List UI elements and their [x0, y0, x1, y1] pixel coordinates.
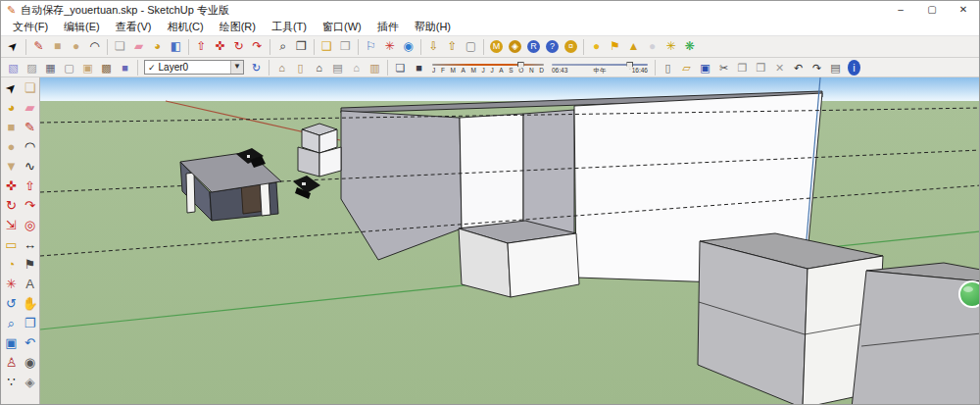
badge-r-icon[interactable]: R — [527, 40, 540, 53]
material-tool[interactable]: ◧ — [167, 38, 185, 55]
menu-item[interactable]: 工具(T) — [264, 20, 315, 34]
save-button[interactable]: ▣ — [696, 60, 714, 76]
layer-manager-icon[interactable]: ↻ — [247, 60, 266, 76]
delete-button[interactable]: ✕ — [770, 60, 789, 76]
push-pull-tool[interactable]: ⇧ — [192, 38, 211, 55]
paste-button[interactable]: ❒ — [752, 60, 770, 76]
plugin-floating-badge[interactable] — [959, 281, 980, 307]
eraser-tool[interactable]: ▰ — [21, 98, 39, 118]
badge-location-icon[interactable]: ◈ — [509, 40, 521, 53]
follow-me-tool[interactable]: ↷ — [248, 38, 267, 55]
zoom-previous-tool[interactable]: ↶ — [21, 333, 39, 353]
position-camera-tool[interactable]: ♙ — [2, 353, 21, 373]
export-model-icon[interactable]: ⇧ — [443, 38, 462, 55]
layer-dropdown[interactable]: ✓ Layer0 ▼ — [144, 60, 244, 75]
menu-item[interactable]: 相机(C) — [159, 20, 211, 34]
google-earth-icon[interactable]: ◉ — [399, 38, 417, 55]
select-tool[interactable]: ➤ — [1, 34, 25, 59]
paint-bucket-tool[interactable]: ◕ — [148, 38, 167, 55]
new-file-button[interactable]: ▯ — [659, 60, 677, 76]
undo-button[interactable]: ↶ — [789, 60, 808, 76]
flag-component-icon[interactable]: ⚑ — [606, 38, 624, 55]
viewport[interactable] — [40, 77, 980, 405]
follow-me-tool[interactable]: ↷ — [21, 196, 39, 216]
axes-tool[interactable]: ✳ — [2, 275, 21, 294]
style-textured-icon[interactable]: ▩ — [97, 60, 116, 76]
tape-measure-tool[interactable]: ▭ — [2, 235, 21, 255]
menu-item[interactable]: 查看(V) — [108, 20, 160, 34]
make-component-tool[interactable]: ❏ — [111, 38, 129, 55]
badge-help-icon[interactable]: ? — [546, 40, 559, 53]
style-wireframe-icon[interactable]: ▦ — [41, 60, 60, 76]
menu-item[interactable]: 帮助(H) — [407, 20, 459, 34]
badge-m-icon[interactable]: M — [490, 40, 503, 53]
shadow-toggle-icon[interactable]: ■ — [410, 60, 428, 76]
cut-button[interactable]: ✂ — [714, 60, 733, 76]
move-tool[interactable]: ✜ — [211, 38, 229, 55]
menu-item[interactable]: 插件 — [369, 20, 407, 34]
open-file-button[interactable]: ▱ — [677, 60, 696, 76]
text-label-tool[interactable]: ⚑ — [21, 255, 39, 275]
protractor-tool[interactable]: ◔ — [2, 255, 21, 275]
zoom-extents-tool[interactable]: ▣ — [2, 333, 21, 353]
line-tool[interactable]: ✎ — [29, 38, 48, 55]
eraser-tool[interactable]: ▰ — [129, 38, 148, 55]
print-button[interactable]: ▤ — [826, 60, 845, 76]
3d-text-tool[interactable]: A — [21, 275, 39, 294]
scale-tool[interactable]: ⇲ — [2, 216, 21, 235]
style-back-edges-icon[interactable]: ▨ — [23, 60, 41, 76]
month-slider-track[interactable] — [432, 64, 544, 66]
arc-tool[interactable]: ◠ — [21, 137, 39, 157]
shadow-dialog-icon[interactable]: ❏ — [391, 60, 410, 76]
view-left-icon[interactable]: ▥ — [366, 60, 384, 76]
menu-item[interactable]: 文件(F) — [5, 20, 56, 34]
pan-tool[interactable]: ✋ — [21, 294, 39, 314]
dimension-tool[interactable]: ↔ — [21, 235, 39, 255]
shadow-time-slider[interactable]: 06:43 中午 16:46 — [552, 61, 648, 75]
menu-item[interactable]: 绘图(R) — [212, 20, 264, 34]
view-front-icon[interactable]: ⌂ — [310, 60, 328, 76]
zoom-window-tool[interactable]: ❐ — [21, 314, 39, 333]
model-info-button[interactable]: i — [848, 60, 860, 76]
style-monochrome-icon[interactable]: ■ — [116, 60, 134, 76]
close-button[interactable]: ✕ — [948, 1, 979, 19]
offset-tool[interactable]: ◎ — [21, 216, 39, 235]
arc-tool[interactable]: ◠ — [85, 38, 104, 55]
style-shaded-icon[interactable]: ▣ — [78, 60, 97, 76]
line-tool[interactable]: ✎ — [21, 118, 39, 137]
dropdown-arrow-icon[interactable]: ▼ — [230, 61, 243, 74]
styles-box-icon[interactable]: ❒ — [336, 38, 355, 55]
sphere-component-icon[interactable]: ● — [643, 38, 662, 55]
badge-tag-icon[interactable]: ¤ — [564, 40, 577, 53]
redo-button[interactable]: ↷ — [808, 60, 826, 76]
move-tool[interactable]: ✜ — [2, 177, 21, 196]
components-box-icon[interactable]: ❑ — [318, 38, 336, 55]
push-pull-tool[interactable]: ⇧ — [21, 177, 39, 196]
style-hidden-line-icon[interactable]: ▢ — [60, 60, 78, 76]
zoom-tool[interactable]: ⌕ — [2, 314, 21, 333]
starburst-component-icon[interactable]: ✳ — [662, 38, 680, 55]
zoom-tool[interactable]: ⌕ — [273, 38, 292, 55]
view-iso-icon[interactable]: ⌂ — [272, 60, 291, 76]
ball-component-icon[interactable]: ● — [587, 38, 606, 55]
style-xray-icon[interactable]: ▧ — [4, 60, 23, 76]
rotate-tool[interactable]: ↻ — [229, 38, 248, 55]
freehand-tool[interactable]: ∿ — [21, 157, 39, 177]
menu-item[interactable]: 编辑(E) — [56, 20, 108, 34]
cone-component-icon[interactable]: ▲ — [624, 38, 643, 55]
color-wheel-icon[interactable]: ❋ — [680, 38, 699, 55]
rectangle-tool[interactable]: ■ — [48, 38, 67, 55]
view-top-icon[interactable]: ▤ — [328, 60, 347, 76]
shadow-month-slider[interactable]: JFMAMJJASOND — [432, 61, 544, 75]
copy-button[interactable]: ❐ — [733, 60, 752, 76]
rotate-tool[interactable]: ↻ — [2, 196, 21, 216]
menu-item[interactable]: 窗口(W) — [315, 20, 369, 34]
polygon-tool[interactable]: ▼ — [2, 157, 21, 177]
view-right-icon[interactable]: ▯ — [291, 60, 310, 76]
section-plane-tool[interactable]: ◈ — [21, 373, 39, 392]
view-back-icon[interactable]: ⌂ — [347, 60, 366, 76]
rectangle-tool[interactable]: ■ — [2, 118, 21, 137]
circle-tool[interactable]: ● — [67, 38, 85, 55]
maximize-button[interactable]: ▢ — [916, 1, 948, 19]
import-model-icon[interactable]: ⇩ — [424, 38, 443, 55]
